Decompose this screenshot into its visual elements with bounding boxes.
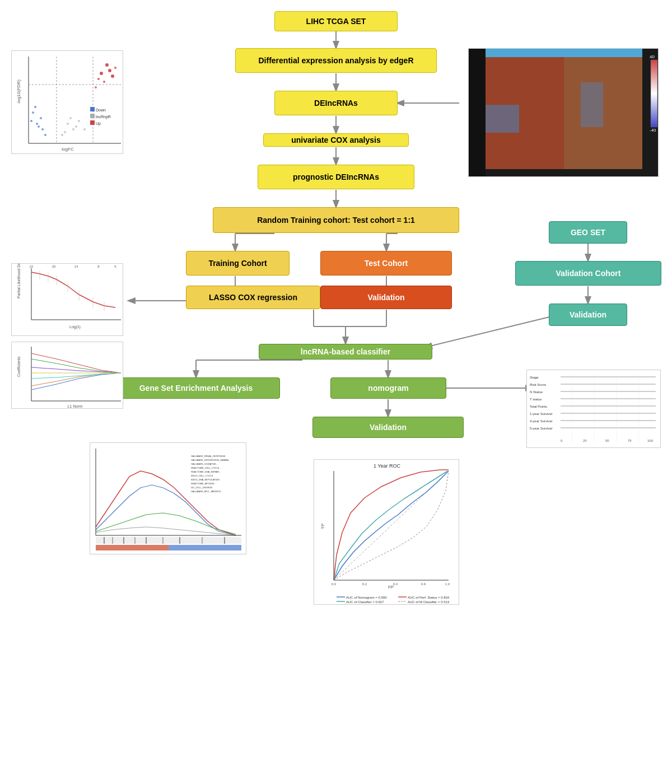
heatmap-svg: 40 -40	[469, 49, 659, 177]
svg-text:AUC of M Classifier = 0.513: AUC of M Classifier = 0.513	[408, 600, 450, 604]
svg-point-36	[34, 106, 36, 108]
svg-rect-97	[527, 370, 661, 448]
svg-point-49	[105, 63, 109, 67]
lasso-coeff-svg: Coefficients L1 Norm	[12, 342, 123, 409]
svg-text:Coefficients: Coefficients	[17, 356, 21, 377]
svg-text:AUC of Perf. Status = 0.834: AUC of Perf. Status = 0.834	[408, 596, 450, 599]
svg-rect-92	[12, 342, 123, 409]
svg-text:0.2: 0.2	[362, 582, 367, 586]
svg-text:20: 20	[52, 265, 56, 268]
svg-rect-72	[651, 60, 657, 127]
svg-text:0.6: 0.6	[421, 582, 426, 586]
svg-text:50: 50	[605, 439, 609, 442]
svg-point-34	[32, 111, 34, 114]
svg-text:Down: Down	[96, 108, 106, 112]
svg-text:3-year Survival: 3-year Survival	[530, 419, 552, 423]
svg-text:REACTOME_MITOSIS...: REACTOME_MITOSIS...	[191, 482, 216, 485]
geo-set-box: GEO SET	[549, 221, 627, 244]
svg-point-46	[61, 134, 63, 136]
lasso-cv-svg: 22 20 14 8 5 Partial Likelihood Deviance…	[12, 264, 123, 336]
svg-point-44	[69, 117, 72, 119]
deincrnas-box: DEIncRNAs	[274, 91, 398, 115]
svg-point-40	[67, 123, 69, 125]
validation-middle-box: Validation	[320, 286, 452, 309]
lncrna-classifier-box: lncRNA-based classifier	[259, 344, 432, 360]
svg-text:-40: -40	[650, 128, 656, 133]
svg-text:25: 25	[583, 439, 587, 442]
svg-text:1.0: 1.0	[445, 582, 450, 586]
svg-point-42	[78, 120, 80, 122]
svg-text:HALLMARK_MYC_TARGETS: HALLMARK_MYC_TARGETS	[191, 490, 221, 493]
svg-text:1-year Survival: 1-year Survival	[530, 412, 552, 416]
svg-rect-134	[96, 545, 169, 550]
svg-text:Stage: Stage	[530, 376, 539, 379]
svg-point-41	[72, 128, 74, 130]
svg-rect-65	[469, 49, 486, 177]
svg-point-35	[41, 128, 44, 130]
svg-text:TP: TP	[320, 524, 325, 529]
lihc-box: LIHC TCGA SET	[274, 11, 398, 31]
svg-rect-70	[486, 105, 519, 133]
svg-text:14: 14	[74, 265, 78, 268]
svg-text:5-year Survival: 5-year Survival	[530, 427, 552, 430]
svg-text:Partial Likelihood Deviance: Partial Likelihood Deviance	[17, 264, 21, 298]
svg-point-39	[38, 125, 40, 128]
svg-point-38	[44, 134, 46, 136]
svg-point-52	[103, 81, 105, 83]
svg-rect-58	[90, 107, 95, 111]
svg-point-45	[75, 125, 77, 128]
svg-rect-135	[169, 545, 241, 550]
svg-line-24	[426, 316, 552, 347]
prognostic-box: prognostic DEIncRNAs	[258, 165, 414, 189]
univariate-box: univariate COX analysis	[263, 133, 409, 147]
svg-text:HALLMARK_INTERFERON_GAMMA: HALLMARK_INTERFERON_GAMMA	[191, 459, 228, 461]
random-split-box: Random Training cohort: Test cohort = 1:…	[213, 207, 459, 233]
svg-text:1 Year ROC: 1 Year ROC	[374, 463, 401, 469]
svg-point-33	[40, 117, 42, 119]
svg-text:KEGG_DNA_REPLICATION: KEGG_DNA_REPLICATION	[191, 478, 220, 481]
svg-text:Log(λ): Log(λ)	[69, 325, 81, 329]
svg-text:T status: T status	[530, 398, 542, 401]
svg-rect-60	[90, 114, 95, 118]
validation-bottom-box: Validation	[312, 417, 464, 438]
validation-cohort-box: Validation Cohort	[515, 261, 661, 286]
svg-point-43	[64, 131, 66, 133]
svg-point-48	[100, 72, 103, 75]
svg-text:HALLMARK_OXIDATIVE...: HALLMARK_OXIDATIVE...	[191, 463, 218, 465]
svg-text:L1 Norm: L1 Norm	[68, 404, 83, 408]
svg-text:-log10(FDR): -log10(FDR)	[16, 80, 21, 104]
svg-rect-62	[90, 120, 95, 125]
test-cohort-box: Test Cohort	[320, 251, 452, 276]
gsea-box: Gene Set Enrichment Analysis	[112, 377, 280, 399]
svg-text:AUC of Classifier = 0.627: AUC of Classifier = 0.627	[346, 600, 384, 604]
gsea-svg: HALLMARK_RENAL_RESPONSE HALLMARK_INTERFE…	[90, 443, 246, 554]
svg-text:22: 22	[30, 265, 34, 268]
svg-text:Total Points: Total Points	[530, 405, 547, 408]
svg-text:AUC of Nomogram = 0.590: AUC of Nomogram = 0.590	[346, 596, 387, 599]
gsea-panel: HALLMARK_RENAL_RESPONSE HALLMARK_INTERFE…	[90, 442, 246, 554]
svg-text:logFC: logFC	[62, 147, 74, 152]
svg-point-53	[111, 74, 114, 78]
svg-rect-75	[12, 264, 123, 336]
svg-text:N Status: N Status	[530, 390, 543, 394]
svg-point-37	[30, 120, 32, 122]
svg-point-55	[95, 86, 97, 88]
svg-text:0.4: 0.4	[393, 582, 398, 586]
svg-point-32	[36, 123, 38, 125]
nomogram-svg: Stage Risk Score N Status T status Total…	[527, 370, 661, 448]
diff-expr-box: Differential expression analysis by edge…	[235, 48, 437, 73]
svg-rect-71	[581, 82, 603, 127]
svg-text:40: 40	[650, 54, 655, 59]
lasso-cv-panel: 22 20 14 8 5 Partial Likelihood Deviance…	[11, 263, 123, 336]
svg-rect-124	[96, 537, 241, 544]
volcano-panel: -log10(FDR) logFC Down lncRnpR Up	[11, 50, 123, 154]
svg-point-54	[114, 67, 116, 69]
svg-text:REACTOME_CELL_CYCLE...: REACTOME_CELL_CYCLE...	[191, 466, 221, 469]
svg-text:lncRnpR: lncRnpR	[96, 115, 111, 119]
lasso-box: LASSO COX regression	[186, 286, 320, 309]
validation-right-box: Validation	[549, 304, 627, 326]
svg-rect-66	[486, 49, 642, 57]
training-cohort-box: Training Cohort	[186, 251, 290, 276]
nomogram-panel: Stage Risk Score N Status T status Total…	[526, 370, 661, 448]
roc-svg: 1 Year ROC FP TP 0.0 0.2 0.4 0.6 1.0	[314, 460, 459, 605]
